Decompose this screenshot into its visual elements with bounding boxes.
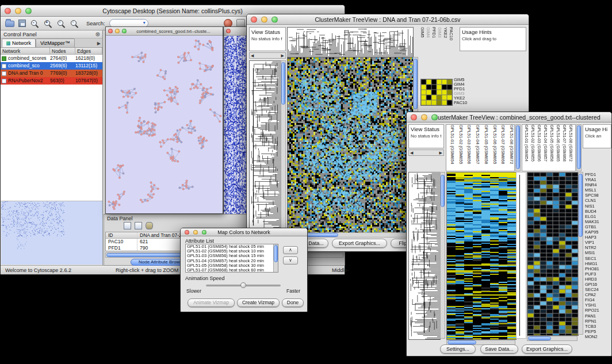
tab-vizmapper[interactable]: VizMapper™ bbox=[36, 39, 75, 47]
frame-titlebar[interactable]: combined_scores_good.txt--cluste... bbox=[106, 27, 223, 36]
minimize-icon[interactable] bbox=[115, 29, 120, 33]
zoom-out-icon[interactable]: - bbox=[30, 19, 39, 28]
gene-label[interactable]: GTB1 bbox=[585, 224, 611, 229]
column-label[interactable]: GIM3 bbox=[437, 27, 442, 63]
network-view-canvas[interactable] bbox=[106, 36, 223, 213]
scrollbar-thumb[interactable] bbox=[577, 125, 581, 169]
correlation-matrix-canvas[interactable] bbox=[420, 79, 453, 106]
scrollbar-thumb[interactable] bbox=[274, 245, 278, 262]
gene-label[interactable]: MON2 bbox=[585, 334, 611, 339]
gene-label[interactable]: TCB3 bbox=[585, 324, 611, 329]
column-label[interactable]: GPL51-03 (GSM856 bbox=[464, 125, 472, 171]
column-label[interactable]: GPL51-01 (GSM854 bbox=[446, 125, 455, 171]
close-icon[interactable] bbox=[411, 114, 417, 120]
column-label[interactable]: GPL51-06 (GSM865 bbox=[489, 125, 498, 171]
row-dendrogram-canvas[interactable] bbox=[249, 60, 281, 233]
gene-label[interactable]: BUD4 bbox=[585, 209, 611, 214]
minimize-icon[interactable] bbox=[421, 114, 427, 120]
maximize-icon[interactable] bbox=[25, 7, 32, 14]
export-graphics-button[interactable]: Export Graphics... bbox=[522, 344, 572, 354]
arrow-right-icon[interactable]: ▶ bbox=[281, 53, 284, 58]
done-button[interactable]: Done bbox=[282, 298, 304, 307]
scrollbar-thumb[interactable] bbox=[579, 174, 583, 237]
gene-label[interactable]: HAP3 bbox=[585, 235, 611, 240]
maximize-icon[interactable] bbox=[202, 230, 206, 235]
gene-label[interactable]: FIG4 bbox=[585, 297, 611, 302]
column-label[interactable]: GPL51-01 (GSM854 bbox=[522, 125, 529, 171]
scrollbar-thumb[interactable] bbox=[441, 175, 445, 207]
column-label[interactable]: GPL51-04 (GSM857 bbox=[472, 125, 480, 171]
row-scrollbar[interactable] bbox=[281, 60, 286, 232]
column-dendrogram-canvas[interactable] bbox=[287, 27, 414, 58]
column-label[interactable]: GPL51-06 (GSM865 bbox=[554, 125, 560, 171]
listbox-scrollbar[interactable] bbox=[273, 244, 278, 272]
close-icon[interactable] bbox=[226, 29, 231, 33]
tree-nav-control[interactable]: ◀▶ bbox=[408, 150, 444, 156]
open-folder-icon[interactable] bbox=[5, 21, 14, 27]
column-label-scrollbar[interactable] bbox=[576, 124, 582, 171]
minimize-icon[interactable] bbox=[15, 7, 21, 14]
column-label[interactable]: GPL51-07 (GSM868 bbox=[498, 125, 506, 171]
column-label-scrollbar[interactable] bbox=[515, 124, 521, 171]
network-row[interactable]: combined_sco2569(6)13112(15) bbox=[1, 62, 102, 70]
network-view-canvas[interactable] bbox=[224, 36, 249, 214]
matrix-gene-label[interactable]: PAC10 bbox=[454, 101, 471, 105]
column-label[interactable]: GPL51-03 (GSM856 bbox=[535, 125, 541, 171]
gene-label[interactable]: NIS1 bbox=[585, 204, 611, 209]
column-label[interactable]: GPL51-02 (GSM855 bbox=[529, 125, 535, 171]
close-icon[interactable] bbox=[185, 230, 189, 235]
gene-label[interactable]: KAP95 bbox=[585, 229, 611, 235]
gene-label[interactable]: ELG1 bbox=[585, 214, 611, 219]
treeview2-titlebar[interactable]: ClusterMaker TreeView : combined_scores_… bbox=[407, 112, 611, 122]
heatmap-canvas[interactable] bbox=[446, 172, 517, 340]
minimize-icon[interactable] bbox=[261, 16, 267, 22]
maximize-icon[interactable] bbox=[122, 29, 127, 33]
gene-label[interactable]: SEC1 bbox=[585, 256, 611, 261]
gene-label[interactable]: CLN1 bbox=[585, 198, 611, 203]
tree-nav-control[interactable]: ◀▶ bbox=[249, 52, 286, 59]
column-label[interactable]: GPL51-08 (GSM872 bbox=[506, 125, 514, 171]
close-panel-icon[interactable]: ⊗ bbox=[95, 30, 100, 39]
create-vizmap-button[interactable]: Create Vizmap bbox=[237, 298, 280, 307]
scrollbar-thumb[interactable] bbox=[447, 340, 476, 344]
gene-label[interactable]: MSI1 bbox=[585, 250, 611, 255]
row-scrollbar[interactable] bbox=[440, 172, 445, 339]
save-icon[interactable] bbox=[18, 20, 26, 27]
column-label[interactable]: GPL51-07 (GSM868 bbox=[560, 125, 567, 171]
network-overview-canvas[interactable] bbox=[1, 201, 102, 265]
gene-label[interactable]: VIP1 bbox=[585, 240, 611, 245]
zoom-in-icon[interactable]: + bbox=[43, 19, 52, 28]
gene-label[interactable]: SPC98 bbox=[585, 193, 611, 198]
gene-label[interactable]: RPN1 bbox=[585, 319, 611, 324]
gene-label[interactable]: MAK31 bbox=[585, 219, 611, 224]
scrollbar-thumb[interactable] bbox=[414, 59, 418, 109]
settings-button[interactable]: Settings... bbox=[440, 344, 476, 354]
close-icon[interactable] bbox=[251, 16, 257, 22]
select-attributes-icon[interactable] bbox=[124, 222, 131, 229]
column-label[interactable]: PFD1 bbox=[431, 27, 437, 63]
row-dendrogram-canvas[interactable] bbox=[408, 172, 441, 340]
maximize-icon[interactable] bbox=[431, 114, 438, 120]
frame-titlebar[interactable] bbox=[224, 27, 249, 36]
gene-label[interactable]: RNR4 bbox=[585, 182, 611, 187]
zoom-selected-icon[interactable]: ◦ bbox=[70, 19, 79, 28]
maximize-icon[interactable] bbox=[271, 16, 278, 22]
move-down-button[interactable]: ∨ bbox=[283, 256, 298, 265]
minimize-icon[interactable] bbox=[193, 230, 198, 235]
move-up-button[interactable]: ∧ bbox=[283, 246, 298, 254]
attribute-listbox[interactable]: GPL51-01 (GSM854) heat shock 05 minGPL51… bbox=[185, 244, 278, 273]
gene-label[interactable]: MSL1 bbox=[585, 187, 611, 193]
gene-label[interactable]: NTR2 bbox=[585, 245, 611, 250]
gene-label[interactable]: HRD3 bbox=[585, 277, 611, 282]
animation-speed-slider[interactable] bbox=[206, 282, 281, 289]
gene-label[interactable]: PAN1 bbox=[585, 313, 611, 319]
gene-label[interactable]: PHO81 bbox=[585, 266, 611, 271]
network-row[interactable]: DNA and Tran 07769(0)183728(0) bbox=[1, 70, 102, 77]
zoom-hscrollbar[interactable] bbox=[527, 336, 577, 341]
tab-overflow-icon[interactable]: ▶ bbox=[97, 41, 101, 46]
column-label[interactable]: GPL51-02 (GSM855 bbox=[455, 125, 464, 171]
heatmap-canvas[interactable] bbox=[287, 57, 414, 233]
arrow-left-icon[interactable]: ◀ bbox=[410, 151, 413, 155]
close-icon[interactable] bbox=[5, 7, 11, 14]
gene-label[interactable]: GPI16 bbox=[585, 282, 611, 287]
